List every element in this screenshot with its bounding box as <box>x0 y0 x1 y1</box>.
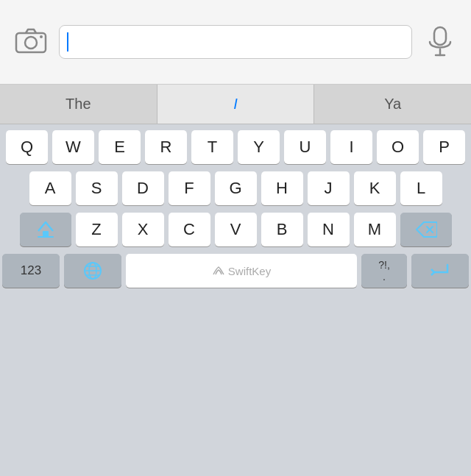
autocomplete-middle[interactable]: I <box>157 85 315 124</box>
key-k[interactable]: K <box>354 171 396 205</box>
svg-point-2 <box>40 35 43 38</box>
key-i[interactable]: I <box>330 130 372 164</box>
key-f[interactable]: F <box>169 171 210 205</box>
key-s[interactable]: S <box>76 171 118 205</box>
punct-key[interactable]: ?!,. <box>361 254 407 288</box>
autocomplete-row: The I Ya <box>0 85 471 124</box>
text-cursor <box>67 32 68 51</box>
key-a[interactable]: A <box>29 171 71 205</box>
key-z[interactable]: Z <box>76 213 118 246</box>
key-o[interactable]: O <box>377 130 419 164</box>
return-key[interactable] <box>411 254 469 288</box>
camera-button[interactable] <box>12 23 50 61</box>
key-d[interactable]: D <box>122 171 164 205</box>
globe-key[interactable] <box>64 254 121 288</box>
autocomplete-right[interactable]: Ya <box>314 85 471 124</box>
delete-key[interactable] <box>400 213 452 246</box>
key-r[interactable]: R <box>145 130 187 164</box>
svg-rect-3 <box>434 27 446 45</box>
key-row-1: QWERTYUIOP <box>2 130 469 164</box>
key-q[interactable]: Q <box>6 130 48 164</box>
svg-point-1 <box>25 37 37 49</box>
key-h[interactable]: H <box>261 171 303 205</box>
space-key[interactable]: SwiftKey <box>126 254 357 288</box>
key-row-3: ZXCVBNM <box>2 213 469 246</box>
top-bar <box>0 0 471 85</box>
key-t[interactable]: T <box>191 130 233 164</box>
keyboard: QWERTYUIOP ASDFGHJKL ZXCVBNM 123 SwiftKe… <box>0 124 471 298</box>
key-row-bottom: 123 SwiftKey ?!,. <box>2 254 469 288</box>
key-y[interactable]: Y <box>238 130 280 164</box>
num-key[interactable]: 123 <box>2 254 60 288</box>
key-p[interactable]: P <box>423 130 465 164</box>
key-m[interactable]: M <box>354 213 396 246</box>
key-w[interactable]: W <box>52 130 94 164</box>
key-g[interactable]: G <box>215 171 257 205</box>
key-j[interactable]: J <box>308 171 350 205</box>
camera-icon <box>15 27 47 57</box>
key-e[interactable]: E <box>99 130 141 164</box>
key-v[interactable]: V <box>215 213 257 246</box>
key-l[interactable]: L <box>400 171 442 205</box>
svg-rect-6 <box>43 231 49 237</box>
text-input[interactable] <box>59 25 412 59</box>
key-n[interactable]: N <box>308 213 350 246</box>
mic-icon <box>427 26 453 58</box>
autocomplete-left[interactable]: The <box>0 85 157 124</box>
key-c[interactable]: C <box>169 213 210 246</box>
key-x[interactable]: X <box>122 213 164 246</box>
key-b[interactable]: B <box>261 213 303 246</box>
mic-button[interactable] <box>421 23 459 61</box>
shift-key[interactable] <box>20 213 71 246</box>
key-u[interactable]: U <box>284 130 326 164</box>
key-row-2: ASDFGHJKL <box>2 171 469 205</box>
